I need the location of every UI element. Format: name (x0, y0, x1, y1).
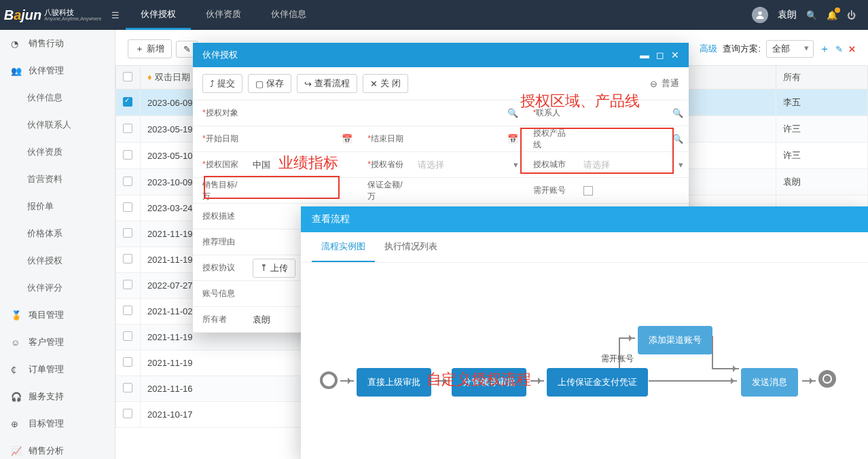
checkbox-all[interactable] (123, 72, 132, 81)
people-icon: 👥 (11, 66, 22, 76)
row-checkbox[interactable] (123, 124, 132, 133)
advanced-link[interactable]: 高级 (700, 43, 717, 55)
submit-button[interactable]: ⤴提交 (202, 74, 242, 93)
flow-node[interactable]: 分管领导审批 (452, 368, 526, 397)
chevron-down-icon: ▾ (513, 160, 524, 170)
save-icon: ▢ (255, 79, 264, 89)
sidebar-item-partner-auth[interactable]: 伙伴授权 (0, 247, 115, 274)
sidebar-item-target[interactable]: ⊕目标管理 (0, 410, 115, 437)
province-select[interactable]: 请选择 (412, 159, 513, 171)
row-checkbox[interactable] (123, 306, 132, 315)
sidebar-item-partner-contact[interactable]: 伙伴联系人 (0, 111, 115, 139)
sidebar-item-project[interactable]: 🏅项目管理 (0, 301, 115, 329)
scheme-edit-icon[interactable]: ✎ (835, 44, 843, 54)
scheme-label: 查询方案: (723, 43, 761, 55)
power-icon[interactable]: ⏻ (847, 10, 856, 20)
view-flow-button[interactable]: ↪查看流程 (297, 74, 357, 93)
tab-partner-auth[interactable]: 伙伴授权 (126, 0, 191, 30)
flow-cond-label: 需开账号 (601, 353, 634, 365)
sidebar-item-price[interactable]: 价格体系 (0, 220, 115, 247)
cell-owner: 李五 (776, 90, 868, 116)
logo: Bajun 八骏科技Anyone,Anytime,Anywhere (0, 7, 105, 23)
cell-date: 2021-10-17 (141, 402, 311, 428)
row-checkbox[interactable] (123, 150, 132, 160)
upload-icon: ⤒ (260, 263, 268, 273)
row-checkbox[interactable] (123, 202, 132, 212)
minus-circle-icon[interactable]: ⊖ (650, 79, 657, 89)
row-checkbox[interactable] (123, 357, 132, 367)
flow-node[interactable]: 上传保证金支付凭证 (547, 368, 648, 397)
close-button[interactable]: ✕关 闭 (363, 74, 408, 93)
flow-tab-list[interactable]: 执行情况列表 (375, 232, 447, 262)
search-icon[interactable]: 🔍 (507, 108, 524, 118)
row-checkbox[interactable] (123, 280, 132, 289)
sidebar: ◔销售行动 👥伙伴管理 伙伴信息 伙伴联系人 伙伴资质 首营资料 报价单 价格体… (0, 30, 115, 459)
upload-icon: ⤴ (210, 79, 215, 89)
share-icon: ↪ (304, 79, 312, 89)
need-account-checkbox[interactable] (583, 186, 593, 196)
tab-partner-qual[interactable]: 伙伴资质 (191, 0, 256, 30)
cell-owner: 许三 (776, 116, 868, 143)
row-checkbox[interactable] (123, 254, 132, 263)
row-checkbox[interactable] (123, 331, 132, 341)
city-select[interactable]: 请选择 (578, 159, 679, 171)
flow-title: 查看流程 (301, 206, 868, 232)
search-icon[interactable]: 🔍 (672, 134, 689, 144)
minimize-icon[interactable]: ▬ (640, 50, 649, 60)
flow-node[interactable]: 直接上级审批 (357, 368, 431, 397)
flow-end-icon (818, 370, 836, 388)
calendar-icon[interactable]: 📅 (342, 134, 358, 144)
row-checkbox[interactable] (123, 177, 132, 186)
new-button[interactable]: ＋新增 (128, 39, 172, 58)
user-name[interactable]: 袁朗 (778, 9, 797, 21)
cell-date: 2021-11-19 (141, 350, 311, 376)
tab-partner-info[interactable]: 伙伴信息 (256, 0, 321, 30)
sidebar-item-customer[interactable]: ☺客户管理 (0, 329, 115, 356)
sidebar-item-sales-action[interactable]: ◔销售行动 (0, 30, 115, 57)
scheme-select[interactable]: 全部 (766, 40, 814, 58)
chevron-down-icon: ▾ (679, 160, 689, 170)
svg-point-0 (758, 12, 761, 15)
sidebar-item-service[interactable]: 🎧服务支持 (0, 383, 115, 410)
upload-button[interactable]: ⤒上传 (253, 259, 295, 278)
project-icon: 🏅 (11, 310, 22, 320)
sidebar-item-partner-mgmt[interactable]: 👥伙伴管理 (0, 57, 115, 84)
calendar-icon[interactable]: 📅 (507, 134, 524, 144)
target-icon: ⊕ (11, 419, 22, 429)
cell-date: 2021-11-16 (141, 376, 311, 402)
sidebar-item-order[interactable]: ₵订单管理 (0, 356, 115, 383)
sidebar-item-analysis[interactable]: 📈销售分析 (0, 437, 115, 459)
sidebar-item-quote[interactable]: 报价单 (0, 193, 115, 220)
sidebar-item-partner-qual[interactable]: 伙伴资质 (0, 139, 115, 166)
star-icon: ♦ (147, 72, 152, 82)
scheme-add-icon[interactable]: ＋ (819, 42, 830, 56)
sidebar-item-partner-score[interactable]: 伙伴评分 (0, 274, 115, 301)
menu-toggle-icon[interactable]: ☰ (105, 10, 126, 20)
search-icon[interactable]: 🔍 (672, 108, 689, 118)
chart-icon: 📈 (11, 446, 22, 456)
bell-icon[interactable]: 🔔 (827, 10, 837, 20)
search-icon[interactable]: 🔍 (806, 10, 817, 20)
row-checkbox[interactable] (123, 409, 132, 418)
flow-tab-diagram[interactable]: 流程实例图 (312, 232, 375, 262)
sidebar-item-partner-info[interactable]: 伙伴信息 (0, 84, 115, 111)
close-icon[interactable]: ✕ (671, 50, 679, 60)
save-button[interactable]: ▢保存 (248, 74, 291, 93)
maximize-icon[interactable]: ◻ (656, 50, 664, 60)
plus-icon: ＋ (135, 43, 144, 55)
flow-node[interactable]: 发送消息 (741, 368, 798, 397)
dashboard-icon: ◔ (11, 39, 22, 49)
order-icon: ₵ (11, 365, 22, 375)
row-checkbox[interactable] (123, 383, 132, 392)
flow-start-icon (320, 371, 338, 389)
avatar[interactable] (752, 7, 768, 23)
scheme-delete-icon[interactable]: ✕ (848, 44, 856, 54)
x-icon: ✕ (370, 79, 378, 89)
flow-modal: 查看流程 流程实例图 执行情况列表 直接上级审批 分管领导审批 上传保证金支付凭… (301, 206, 868, 459)
sidebar-item-firstsale[interactable]: 首营资料 (0, 166, 115, 193)
country-input[interactable]: 中国 (247, 159, 358, 171)
row-checkbox[interactable] (123, 97, 132, 107)
row-checkbox[interactable] (123, 228, 132, 238)
service-icon: 🎧 (11, 392, 22, 402)
flow-node[interactable]: 添加渠道账号 (638, 326, 712, 354)
